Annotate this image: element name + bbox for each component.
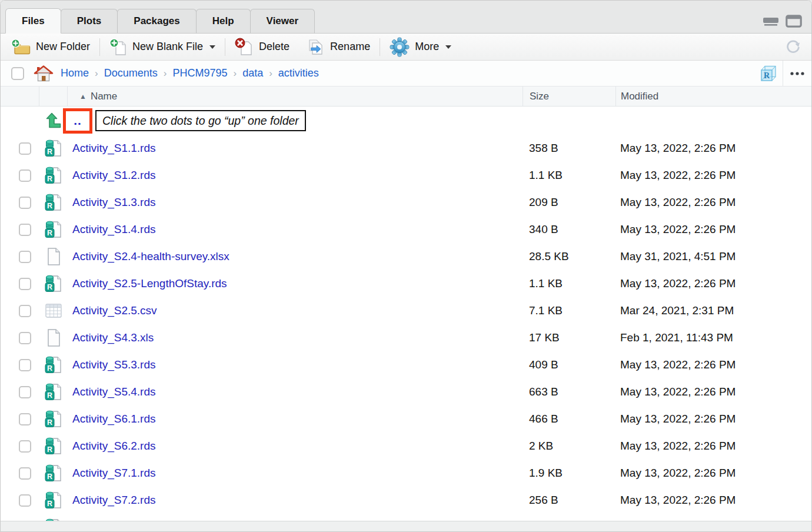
file-link[interactable]: Activity_S7.1.rds: [68, 467, 156, 480]
file-link[interactable]: Activity_S1.4.rds: [68, 223, 156, 236]
rename-button[interactable]: Rename: [302, 36, 375, 58]
rds-file-icon: R: [45, 166, 62, 185]
file-modified: May 13, 2022, 2:26 PM: [615, 196, 736, 209]
file-size: 340 B: [523, 223, 558, 236]
svg-text:R: R: [47, 418, 52, 427]
file-size: 209 B: [523, 196, 558, 209]
window-controls: [763, 15, 802, 28]
new-folder-button[interactable]: New Folder: [6, 36, 95, 58]
rds-file-icon: R: [45, 491, 62, 510]
header-checkbox-column: [1, 87, 39, 106]
maximize-icon[interactable]: [786, 15, 802, 28]
file-size: 7.1 KB: [523, 304, 563, 317]
row-checkbox[interactable]: [19, 251, 31, 263]
row-checkbox[interactable]: [19, 142, 31, 155]
breadcrumb-item-documents[interactable]: Documents: [104, 67, 158, 79]
file-modified: May 13, 2022, 2:26 PM: [615, 385, 736, 398]
file-modified: May 13, 2022, 2:26 PM: [615, 142, 736, 155]
go-up-link[interactable]: ..: [63, 108, 92, 134]
file-size: 1.1 KB: [523, 277, 563, 290]
refresh-button[interactable]: [784, 38, 802, 56]
file-size: 28.5 KB: [523, 250, 569, 263]
more-button[interactable]: More: [385, 36, 456, 58]
file-row: R Activity_S7.2.rds 256 B May 13, 2022, …: [1, 487, 811, 514]
file-size: 1.1 KB: [523, 169, 563, 182]
file-modified: Mar 24, 2021, 2:31 PM: [615, 304, 734, 317]
breadcrumb-chevron-icon: ›: [263, 68, 278, 79]
row-checkbox[interactable]: [19, 278, 31, 290]
file-size: 358 B: [523, 142, 558, 155]
breadcrumb-item-home[interactable]: Home: [61, 67, 89, 79]
pane-tab-bar: Files Plots Packages Help Viewer: [1, 1, 811, 34]
file-link[interactable]: Activity_S6.1.rds: [68, 413, 156, 425]
file-link[interactable]: Activity_S5.3.rds: [68, 358, 156, 371]
refresh-icon: [784, 38, 802, 56]
tab-plots[interactable]: Plots: [61, 9, 118, 34]
delete-button[interactable]: Delete: [230, 36, 294, 58]
file-link[interactable]: Activity_S2.5-LengthOfStay.rds: [68, 277, 227, 290]
row-checkbox[interactable]: [19, 413, 31, 425]
toolbar-separator: [225, 38, 225, 56]
file-link[interactable]: Activity_S2.4-health-survey.xlsx: [68, 250, 229, 263]
file-link[interactable]: Activity_S2.5.csv: [68, 304, 157, 317]
file-modified: May 13, 2022, 2:26 PM: [615, 223, 736, 236]
file-link[interactable]: Activity_S5.4.rds: [68, 385, 156, 398]
breadcrumb-item-activities[interactable]: activities: [278, 67, 319, 79]
new-folder-icon: [11, 39, 31, 55]
file-size: 17 KB: [523, 331, 560, 344]
pane-bottom-edge: [1, 521, 811, 531]
select-all-checkbox[interactable]: [11, 67, 24, 80]
row-checkbox[interactable]: [19, 197, 31, 209]
file-size: 466 B: [523, 413, 558, 425]
file-link[interactable]: Activity_S1.2.rds: [68, 169, 156, 182]
minimize-icon[interactable]: [763, 16, 778, 26]
file-row: Activity_S4.3.xls 17 KB Feb 1, 2021, 11:…: [1, 324, 811, 351]
row-checkbox[interactable]: [19, 440, 31, 453]
row-checkbox[interactable]: [19, 224, 31, 236]
file-link[interactable]: Activity_S1.3.rds: [68, 196, 156, 209]
svg-text:R: R: [47, 500, 52, 508]
file-row: R Activity_S7.1.rds 1.9 KB May 13, 2022,…: [1, 460, 811, 487]
file-modified: May 13, 2022, 2:26 PM: [615, 494, 736, 507]
up-folder-icon: [45, 112, 62, 129]
tab-files[interactable]: Files: [5, 8, 61, 34]
file-link[interactable]: Activity_S6.2.rds: [68, 440, 156, 453]
svg-text:R: R: [47, 445, 52, 454]
file-row: Activity_S2.4-health-survey.xlsx 28.5 KB…: [1, 243, 811, 270]
rds-file-icon: R: [45, 220, 62, 239]
tab-packages[interactable]: Packages: [117, 9, 196, 34]
ellipsis-icon: [790, 71, 805, 76]
r-project-button[interactable]: R: [754, 65, 783, 82]
row-checkbox[interactable]: [19, 305, 31, 317]
home-icon[interactable]: [34, 65, 54, 82]
row-checkbox[interactable]: [19, 169, 31, 182]
svg-text:R: R: [47, 229, 52, 237]
tab-help[interactable]: Help: [196, 9, 251, 34]
file-row: R Activity_S1.1.rds 358 B May 13, 2022, …: [1, 135, 811, 162]
breadcrumb-item-phcm9795[interactable]: PHCM9795: [172, 67, 227, 79]
row-checkbox[interactable]: [19, 494, 31, 507]
file-link[interactable]: Activity_S4.3.xls: [68, 331, 154, 344]
row-checkbox[interactable]: [19, 359, 31, 371]
file-link[interactable]: Activity_S7.2.rds: [68, 494, 156, 507]
file-size: 1.9 KB: [523, 467, 563, 480]
header-modified[interactable]: Modified: [615, 87, 811, 106]
annotation-callout: Click the two dots to go “up” one folder: [95, 110, 306, 131]
row-checkbox[interactable]: [19, 467, 31, 480]
row-checkbox[interactable]: [19, 386, 31, 398]
more-options-button[interactable]: [783, 61, 811, 86]
header-name[interactable]: ▲ Name: [68, 87, 523, 106]
new-blank-file-button[interactable]: New Blank File: [105, 36, 220, 58]
delete-label: Delete: [259, 41, 289, 53]
row-checkbox[interactable]: [19, 332, 31, 344]
r-project-cube-icon: R: [760, 65, 777, 82]
breadcrumb-item-data[interactable]: data: [242, 67, 263, 79]
tab-viewer[interactable]: Viewer: [250, 9, 315, 34]
breadcrumb: Home›Documents›PHCM9795›data›activities: [61, 67, 319, 79]
file-link[interactable]: Activity_S1.1.rds: [68, 142, 156, 155]
header-size[interactable]: Size: [523, 87, 615, 106]
rename-label: Rename: [330, 41, 370, 53]
csv-file-icon: [45, 302, 62, 319]
file-row: R Activity_S5.3.rds 409 B May 13, 2022, …: [1, 351, 811, 378]
file-row: R Activity_S2.5-LengthOfStay.rds 1.1 KB …: [1, 270, 811, 297]
